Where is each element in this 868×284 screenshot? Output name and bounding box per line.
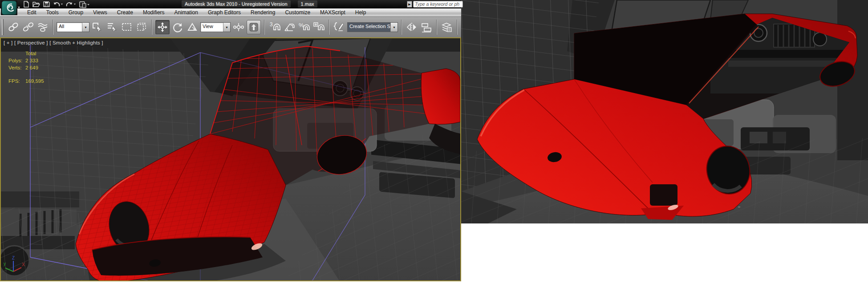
menu-rendering[interactable]: Rendering (246, 9, 280, 16)
angle-snap-icon (283, 21, 296, 33)
menu-maxscript[interactable]: MAXScript (315, 9, 350, 16)
spinner-snap-button[interactable] (312, 20, 325, 34)
menu-group[interactable]: Group (64, 9, 88, 16)
stats-polys-label: Polys: (1, 57, 25, 64)
application-menu-arrow-icon[interactable] (18, 7, 20, 8)
toolbar-separator (264, 20, 265, 35)
snaps-toggle-button[interactable]: 3 (268, 20, 281, 34)
window-crossing-icon (136, 21, 147, 33)
infocenter-expand-icon[interactable]: ▶ (407, 1, 412, 8)
application-button[interactable] (1, 0, 20, 15)
screenshot-canvas: Autodesk 3ds Max 2010 - Unregistered Ver… (0, 0, 868, 284)
stats-verts-value: 2 649 (25, 64, 38, 71)
selection-filter-dropdown[interactable]: All ▼ (57, 22, 89, 32)
broken-chain-icon (22, 21, 34, 33)
align-button[interactable] (420, 20, 433, 34)
mirror-button[interactable] (405, 20, 418, 34)
left-viewport-scene[interactable] (1, 38, 460, 280)
undo-button[interactable] (53, 1, 63, 8)
stats-header: Total (25, 50, 36, 57)
stats-verts-label: Verts: (1, 64, 25, 71)
menu-help[interactable]: Help (350, 9, 371, 16)
window-title-file: 1.max (298, 0, 317, 8)
angle-snap-button[interactable] (283, 20, 296, 34)
snaps-count-label: 3 (270, 21, 273, 28)
unlink-selection-button[interactable] (21, 20, 35, 34)
toolbar-separator (457, 20, 458, 35)
x-axis-label: X (22, 262, 25, 267)
y-axis-label: y (4, 261, 6, 266)
window-crossing-button[interactable] (135, 20, 148, 34)
align-icon (421, 21, 432, 33)
toolbar-separator (151, 20, 152, 35)
toolbar-separator (53, 20, 53, 35)
set-project-folder-button[interactable] (79, 1, 89, 8)
layer-manager-button[interactable] (440, 20, 454, 34)
magnet-icon (274, 24, 280, 30)
main-toolbar: All ▼ (0, 16, 461, 37)
mirror-icon (406, 21, 418, 33)
pivot-center-icon (233, 21, 244, 33)
menu-create[interactable]: Create (112, 9, 138, 16)
use-pivot-point-center-button[interactable] (232, 20, 245, 34)
bind-to-space-warp-button[interactable] (36, 20, 49, 34)
shaded-viewport-screenshot (461, 0, 868, 223)
redo-dropdown-icon[interactable] (74, 4, 76, 5)
select-and-manipulate-button[interactable] (247, 20, 261, 34)
window-title-app: Autodesk 3ds Max 2010 (185, 1, 237, 7)
undo-dropdown-icon[interactable] (61, 4, 63, 5)
reference-coordinate-dropdown[interactable]: View ▼ (200, 22, 231, 32)
menu-customize[interactable]: Customize (280, 9, 315, 16)
menubar: Edit Tools Group Views Create Modifiers … (0, 8, 461, 16)
spinner-snap-icon (312, 21, 325, 33)
toolbar-separator (401, 20, 402, 35)
dropdown-arrow-icon[interactable]: ▼ (390, 23, 397, 32)
select-cursor-icon (92, 21, 103, 33)
select-and-link-button[interactable] (7, 20, 20, 34)
named-selection-sets-value: Create Selection Se (348, 23, 390, 32)
link-chain-icon (8, 21, 19, 33)
qat-overflow-icon[interactable] (87, 4, 89, 5)
menu-tools[interactable]: Tools (41, 9, 64, 16)
select-object-button[interactable] (91, 20, 104, 34)
open-folder-icon (33, 4, 40, 7)
toolbar-separator (436, 20, 437, 35)
selection-region-icon (121, 21, 133, 33)
redo-button[interactable] (66, 1, 76, 8)
max-window: Autodesk 3ds Max 2010 - Unregistered Ver… (0, 0, 461, 281)
select-by-name-button[interactable] (105, 20, 119, 34)
x-axis-line (13, 268, 21, 272)
grille-opening (650, 184, 677, 206)
edit-named-selection-sets-button[interactable] (333, 20, 346, 34)
select-and-move-button[interactable] (155, 20, 170, 34)
menu-modifiers[interactable]: Modifiers (138, 9, 170, 16)
rectangular-selection-region-button[interactable] (120, 20, 134, 34)
z-axis-label: Z (12, 256, 15, 260)
menu-graph-editors[interactable]: Graph Editors (203, 9, 246, 16)
right-viewport-scene[interactable] (461, 0, 868, 223)
select-and-rotate-button[interactable] (171, 20, 184, 34)
toolbar-separator (329, 20, 329, 35)
menu-views[interactable]: Views (88, 9, 112, 16)
save-file-button[interactable] (43, 1, 50, 8)
statistics-overlay: Total Polys:2 333 Verts:2 649 FPS:169,59… (1, 50, 44, 85)
reference-coordinate-value: View (201, 23, 223, 32)
window-title-version: - Unregistered Version (239, 1, 287, 7)
quick-access-toolbar (23, 0, 89, 8)
toolbar-drag-handle[interactable] (2, 19, 4, 35)
open-file-button[interactable] (32, 1, 40, 8)
dropdown-arrow-icon[interactable]: ▼ (82, 23, 89, 32)
new-scene-button[interactable] (23, 1, 29, 8)
menu-edit[interactable]: Edit (22, 9, 41, 16)
infocenter-search-input[interactable]: Type a keyword or ph (413, 1, 463, 8)
stats-fps-label: FPS: (1, 77, 25, 85)
select-and-uniform-scale-button[interactable] (186, 20, 199, 34)
perspective-viewport[interactable]: [ + ] [ Perspective ] [ Smooth + Highlig… (0, 37, 461, 281)
menu-animation[interactable]: Animation (170, 9, 203, 16)
selection-filter-value: All (57, 23, 82, 32)
dropdown-arrow-icon[interactable]: ▼ (223, 23, 230, 32)
viewport-label[interactable]: [ + ] [ Perspective ] [ Smooth + Highlig… (4, 40, 103, 45)
named-selection-sets-dropdown[interactable]: Create Selection Se ▼ (347, 22, 398, 32)
percent-snap-button[interactable]: % (297, 20, 311, 34)
y-axis-line (5, 268, 13, 272)
